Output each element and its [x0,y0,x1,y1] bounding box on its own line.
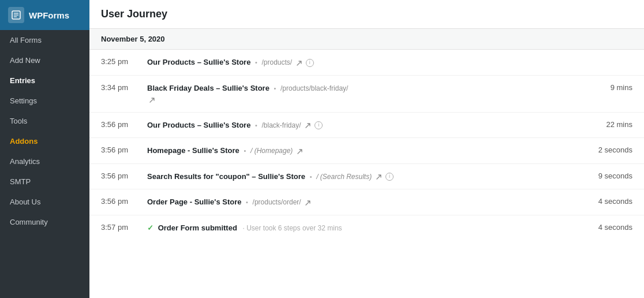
sidebar-item-addons[interactable]: Addons [0,131,89,151]
wpforms-logo-icon [8,7,24,23]
external-link-icon-5[interactable] [376,173,384,180]
page-title-2: Black Friday Deals – Sullie's Store [147,84,269,92]
sidebar-item-label: About Us [10,198,40,206]
desc-5: Search Results for "coupon" – Sullie's S… [147,171,581,182]
url-5: / (Search Results) [316,173,372,181]
journey-row-6: 3:56 pm Order Page - Sullie's Store • /p… [89,189,644,215]
date-header: November 5, 2020 [89,29,644,50]
time-7: 3:57 pm [101,222,147,232]
external-link-icon-2[interactable] [149,96,155,103]
duration-3: 22 mins [581,120,632,129]
sep-4: • [244,147,246,154]
sep-2: • [274,85,276,92]
sidebar-item-analytics[interactable]: Analytics [0,151,89,172]
time-5: 3:56 pm [101,171,147,180]
sidebar-item-label: Addons [10,137,38,146]
sidebar-item-label: Tools [10,117,27,125]
check-icon: ✓ [147,224,153,232]
page-title-1: Our Products – Sullie's Store [147,58,250,66]
sep-1: • [255,59,257,66]
external-link-icon-4[interactable] [297,147,303,154]
page-title-6: Order Page - Sullie's Store [147,198,241,206]
time-3: 3:56 pm [101,120,147,129]
sidebar-item-label: Entries [10,76,35,85]
sidebar-item-add-new[interactable]: Add New [0,50,89,70]
sidebar-logo-text: WPForms [29,10,69,20]
content-area: November 5, 2020 3:25 pm Our Products – … [89,29,644,298]
info-icon-1[interactable]: i [306,59,314,67]
duration-6: 4 seconds [581,196,632,206]
sep-6: • [246,199,248,206]
duration-7: 4 seconds [581,222,632,232]
sidebar-item-settings[interactable]: Settings [0,91,89,111]
url-2: /products/black-friday/ [280,84,348,92]
desc-2: Black Friday Deals – Sullie's Store • /p… [147,83,581,105]
sidebar-item-about-us[interactable]: About Us [0,192,89,212]
sidebar-item-smtp[interactable]: SMTP [0,172,89,192]
sidebar-item-label: Add New [10,56,40,65]
desc-6: Order Page - Sullie's Store • /products/… [147,196,581,208]
time-1: 3:25 pm [101,57,147,66]
external-link-icon-3[interactable] [305,122,313,129]
desc-3: Our Products – Sullie's Store • /black-f… [147,120,581,131]
sidebar-item-community[interactable]: Community [0,212,89,232]
sidebar-item-all-forms[interactable]: All Forms [0,30,89,50]
duration-5: 9 seconds [581,171,632,180]
page-title-5: Search Results for "coupon" – Sullie's S… [147,172,305,181]
desc-4: Homepage - Sullie's Store • / (Homepage) [147,145,581,157]
sidebar-item-label: Analytics [10,157,40,166]
sidebar-logo[interactable]: WPForms [0,0,89,30]
journey-row-3: 3:56 pm Our Products – Sullie's Store • … [89,113,644,139]
sidebar: WPForms All Forms Add New Entries Settin… [0,0,89,298]
duration-2: 9 mins [581,83,632,92]
sidebar-item-entries[interactable]: Entries [0,70,89,91]
journey-row-2: 3:34 pm Black Friday Deals – Sullie's St… [89,76,644,113]
external-link-icon-1[interactable] [296,59,304,66]
sidebar-item-label: Settings [10,96,37,105]
sidebar-item-label: All Forms [10,36,42,44]
duration-4: 2 seconds [581,145,632,154]
desc-7: ✓ Order Form submitted · User took 6 ste… [147,222,581,234]
desc-1: Our Products – Sullie's Store • /product… [147,57,581,68]
url-1: /products/ [261,58,292,66]
sidebar-item-tools[interactable]: Tools [0,111,89,131]
info-icon-5[interactable]: i [385,173,394,181]
sidebar-item-label: SMTP [10,177,31,186]
page-title-3: Our Products – Sullie's Store [147,121,250,129]
url-4: / (Homepage) [250,147,293,155]
journey-row-1: 3:25 pm Our Products – Sullie's Store • … [89,50,644,76]
time-2: 3:34 pm [101,83,147,92]
page-title: User Journey [101,8,167,20]
sidebar-item-label: Community [10,218,48,226]
journey-row-7: 3:57 pm ✓ Order Form submitted · User to… [89,215,644,241]
submitted-title: Order Form submitted [158,224,237,232]
url-3: /black-friday/ [261,121,301,129]
page-title-4: Homepage - Sullie's Store [147,146,239,155]
page-header: User Journey [89,0,644,29]
info-icon-3[interactable]: i [314,121,323,129]
url-6: /products/order/ [253,198,301,206]
main-content: User Journey November 5, 2020 3:25 pm Ou… [89,0,644,298]
duration-1 [581,57,632,57]
external-link-icon-6[interactable] [305,199,311,206]
time-4: 3:56 pm [101,145,147,154]
steps-note: · User took 6 steps over 32 mins [243,224,342,232]
sep-3: • [255,122,257,129]
sep-5: • [310,173,312,180]
time-6: 3:56 pm [101,196,147,206]
journey-row-5: 3:56 pm Search Results for "coupon" – Su… [89,164,644,190]
journey-row-4: 3:56 pm Homepage - Sullie's Store • / (H… [89,138,644,164]
